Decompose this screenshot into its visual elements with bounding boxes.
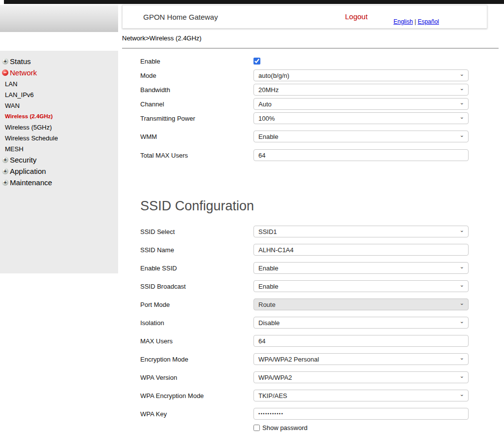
field-label: MAX Users [140, 337, 253, 345]
breadcrumb: Network>Wireless (2.4GHz) [122, 34, 201, 42]
field-control: SSID1⌄ [253, 226, 469, 237]
sidebar-item-wan[interactable]: WAN [0, 100, 118, 111]
field-control: WPA/WPA2 Personal⌄ [253, 353, 469, 365]
field-control [253, 408, 469, 420]
page: GPON Home Gateway Logout English | Españ… [0, 0, 504, 432]
sidebar-item-label: Security [10, 156, 36, 164]
field-control [253, 149, 469, 161]
ssid-broadcast-select[interactable]: Enable [253, 280, 469, 292]
plus-icon: + [2, 179, 8, 186]
form-row: WPA Key [140, 408, 485, 420]
form-row: Total MAX Users [140, 149, 485, 161]
enable-checkbox[interactable] [253, 58, 260, 65]
sidebar-item-maintenance[interactable]: +Maintenance [0, 177, 118, 188]
field-control: WPA/WPA2⌄ [253, 371, 469, 383]
sidebar-item-network[interactable]: −Network [0, 67, 118, 78]
form-row: ChannelAuto⌄ [140, 98, 485, 110]
isolation-select[interactable]: Disable [253, 317, 469, 329]
form-row: WPA Encryption ModeTKIP/AES⌄ [140, 390, 485, 401]
enable-ssid-select[interactable]: Enable [253, 262, 469, 274]
sidebar-item-lan[interactable]: LAN [0, 78, 118, 89]
field-control: 100%⌄ [253, 112, 469, 124]
max-users-input[interactable] [253, 335, 469, 347]
field-control: Show password [253, 424, 469, 432]
corner-box [0, 5, 118, 32]
language-link-english[interactable]: English [393, 18, 412, 25]
ssid-select-select[interactable]: SSID1 [253, 226, 469, 237]
field-control: Enable⌄ [253, 262, 469, 274]
field-label: Transmitting Power [140, 115, 253, 122]
sidebar-item-label: Maintenance [10, 178, 52, 187]
transmitting-power-select[interactable]: 100% [253, 112, 469, 124]
field-label: WMM [140, 133, 253, 140]
form-row: WPA VersionWPA/WPA2⌄ [140, 371, 485, 383]
field-control: Enable⌄ [253, 131, 469, 142]
encryption-mode-select[interactable]: WPA/WPA2 Personal [253, 353, 469, 365]
field-label: WPA Key [140, 410, 253, 418]
mode-select[interactable]: auto(b/g/n) [253, 69, 469, 81]
total-max-users-input[interactable] [253, 149, 469, 161]
field-label: Isolation [140, 319, 253, 327]
main-content: EnableModeauto(b/g/n)⌄Bandwidth20MHz⌄Cha… [140, 51, 485, 432]
plus-icon: + [2, 58, 8, 65]
sidebar-item-label: LAN [5, 80, 17, 88]
show-password-checkbox[interactable] [253, 425, 260, 431]
plus-icon: + [2, 157, 8, 163]
sidebar-item-label: MESH [5, 145, 24, 153]
field-label: Enable [140, 58, 253, 65]
minus-icon: − [2, 69, 8, 76]
wireless-basic-form: EnableModeauto(b/g/n)⌄Bandwidth20MHz⌄Cha… [140, 51, 485, 161]
field-control: TKIP/AES⌄ [253, 390, 469, 401]
field-label: SSID Select [140, 228, 253, 235]
sidebar-item-status[interactable]: +Status [0, 56, 118, 67]
wpa-key-input[interactable] [253, 408, 469, 420]
sidebar-item-label: Network [10, 68, 37, 77]
sidebar-item-wireless-5ghz[interactable]: Wireless (5GHz) [0, 122, 118, 133]
sidebar-nav: +Status−NetworkLANLAN_IPv6WANWireless (2… [0, 51, 118, 273]
field-label: Mode [140, 72, 253, 79]
field-control [253, 58, 469, 65]
wmm-select[interactable]: Enable [253, 131, 469, 142]
form-row: WMMEnable⌄ [140, 131, 485, 142]
port-mode-select: Route [253, 299, 469, 310]
form-row: Enable [140, 55, 485, 67]
field-control: 20MHz⌄ [253, 84, 469, 96]
divider [122, 48, 499, 49]
bandwidth-select[interactable]: 20MHz [253, 84, 469, 96]
sidebar-item-lan-ipv6[interactable]: LAN_IPv6 [0, 89, 118, 100]
language-link-espanol[interactable]: Español [418, 18, 439, 25]
logout-button[interactable]: Logout [345, 12, 368, 21]
sidebar-item-label: Wireless (5GHz) [5, 124, 52, 131]
form-row: SSID Name [140, 244, 485, 256]
field-label: Bandwidth [140, 86, 253, 94]
sidebar-item-wireless-2-4ghz[interactable]: Wireless (2.4GHz) [0, 111, 118, 122]
channel-select[interactable]: Auto [253, 98, 469, 110]
language-switcher: English | Español [393, 18, 439, 25]
ssid-name-input[interactable] [253, 244, 469, 256]
sidebar-item-mesh[interactable]: MESH [0, 143, 118, 154]
sidebar-item-wireless-schedule[interactable]: Wireless Schedule [0, 133, 118, 143]
field-label: SSID Broadcast [140, 283, 253, 290]
field-control: auto(b/g/n)⌄ [253, 69, 469, 81]
wpa-encryption-mode-select[interactable]: TKIP/AES [253, 390, 469, 401]
sidebar-item-label: Status [10, 57, 31, 66]
field-control [253, 244, 469, 256]
plus-icon: + [2, 168, 8, 174]
sidebar-item-application[interactable]: +Application [0, 166, 118, 177]
form-row: SSID SelectSSID1⌄ [140, 226, 485, 237]
sidebar-item-security[interactable]: +Security [0, 154, 118, 166]
form-row: Enable SSIDEnable⌄ [140, 262, 485, 274]
form-row: Transmitting Power100%⌄ [140, 112, 485, 124]
field-label: Channel [140, 100, 253, 108]
form-row: SSID BroadcastEnable⌄ [140, 280, 485, 292]
ssid-config-form: SSID SelectSSID1⌄SSID NameEnable SSIDEna… [140, 226, 485, 432]
wpa-version-select[interactable]: WPA/WPA2 [253, 371, 469, 383]
sidebar-item-label: Wireless Schedule [5, 134, 58, 142]
form-row: IsolationDisable⌄ [140, 317, 485, 329]
field-control: Auto⌄ [253, 98, 469, 110]
header: GPON Home Gateway Logout English | Españ… [122, 5, 487, 29]
sidebar-item-label: Application [10, 167, 46, 175]
form-row: Bandwidth20MHz⌄ [140, 84, 485, 96]
field-label: Port Mode [140, 301, 253, 308]
language-separator: | [414, 18, 416, 25]
